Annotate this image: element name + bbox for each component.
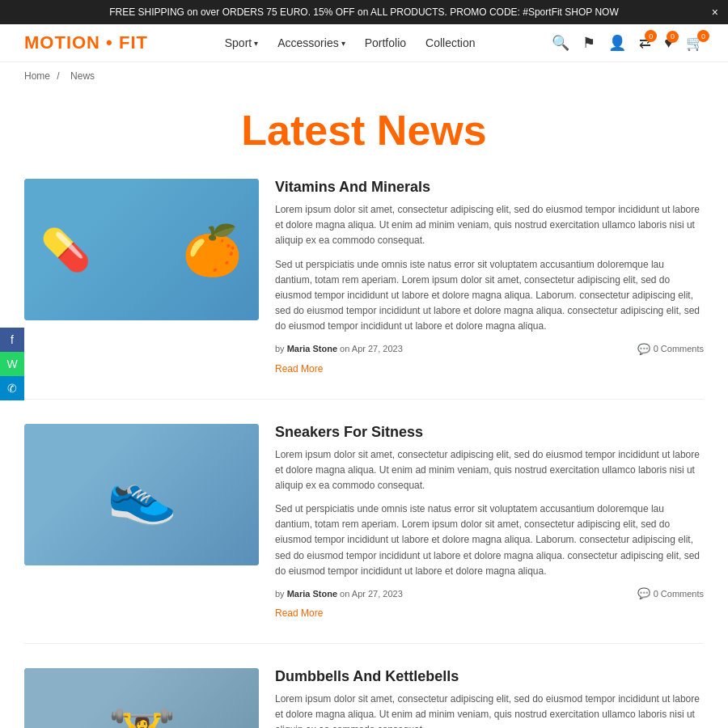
compare-button[interactable]: ⇄0	[639, 34, 651, 52]
kettlebells-image-placeholder	[24, 668, 259, 728]
article-2-text2: Sed ut perspiciatis unde omnis iste natu…	[275, 502, 704, 579]
article-3-title: Dumbbells And Kettlebells	[275, 668, 704, 685]
article-1-date: on Apr 27, 2023	[340, 344, 403, 353]
article-1-comments: 💬 0 Comments	[637, 343, 704, 355]
social-sidebar: f W ✆	[0, 328, 24, 400]
article-2-meta: by Maria Stone on Apr 27, 2023 💬 0 Comme…	[275, 587, 704, 599]
vitamins-image-placeholder	[24, 179, 259, 320]
wishlist-badge: 0	[667, 31, 679, 43]
logo-part1: MOTION	[24, 32, 100, 53]
logo-separator: •	[100, 32, 119, 53]
sport-dropdown-arrow: ▾	[254, 39, 258, 48]
article-1-text1: Lorem ipsum dolor sit amet, consectetur …	[275, 202, 704, 249]
cart-badge: 0	[697, 30, 709, 42]
banner-close-btn[interactable]: ×	[712, 6, 718, 19]
nav-accessories[interactable]: Accessories ▾	[277, 36, 345, 49]
article-1-title: Vitamins And Minerals	[275, 179, 704, 196]
article-3: Dumbbells And Kettlebells Lorem ipsum do…	[24, 668, 704, 728]
compare-badge: 0	[645, 30, 657, 42]
phone-social-btn[interactable]: ✆	[0, 376, 24, 400]
breadcrumb-separator: /	[57, 70, 59, 82]
article-3-content: Dumbbells And Kettlebells Lorem ipsum do…	[275, 668, 704, 728]
breadcrumb-home[interactable]: Home	[24, 70, 50, 82]
comment-icon-2: 💬	[637, 587, 650, 599]
article-1-byline: by Maria Stone on Apr 27, 2023	[275, 344, 403, 353]
comment-icon-1: 💬	[637, 343, 650, 355]
article-1: Vitamins And Minerals Lorem ipsum dolor …	[24, 179, 704, 400]
breadcrumb: Home / News	[0, 62, 728, 90]
search-button[interactable]: 🔍	[552, 34, 569, 52]
user-button[interactable]: 👤	[608, 34, 626, 52]
nav-sport[interactable]: Sport ▾	[225, 36, 258, 49]
article-1-meta: by Maria Stone on Apr 27, 2023 💬 0 Comme…	[275, 343, 704, 355]
whatsapp-social-btn[interactable]: W	[0, 352, 24, 376]
main-nav: Sport ▾ Accessories ▾ Portfolio Collecti…	[225, 36, 476, 49]
article-2-author: Maria Stone	[287, 589, 337, 599]
main-content: Vitamins And Minerals Lorem ipsum dolor …	[0, 179, 728, 728]
article-2-image	[24, 424, 259, 565]
article-1-text2: Sed ut perspiciatis unde omnis iste natu…	[275, 257, 704, 335]
article-1-author: Maria Stone	[287, 344, 337, 353]
header-icons: 🔍 ⚑ 👤 ⇄0 ♥0 🛒0	[552, 34, 704, 52]
nav-collection[interactable]: Collection	[425, 36, 475, 49]
banner-text: FREE SHIPPING on over ORDERS 75 EURO. 15…	[109, 6, 619, 18]
article-1-content: Vitamins And Minerals Lorem ipsum dolor …	[275, 179, 704, 375]
header: MOTION • FIT Sport ▾ Accessories ▾ Portf…	[0, 24, 728, 62]
wishlist-button[interactable]: ♥0	[664, 35, 673, 52]
article-1-image	[24, 179, 259, 320]
article-2-text1: Lorem ipsum dolor sit amet, consectetur …	[275, 447, 704, 494]
article-2-title: Sneakers For Sitness	[275, 424, 704, 441]
logo-part2: FIT	[119, 32, 148, 53]
facebook-social-btn[interactable]: f	[0, 328, 24, 352]
breadcrumb-current: News	[70, 70, 95, 82]
article-2-byline: by Maria Stone on Apr 27, 2023	[275, 589, 403, 599]
article-3-text1: Lorem ipsum dolor sit amet, consectetur …	[275, 692, 704, 728]
article-2-read-more[interactable]: Read More	[275, 607, 323, 619]
sneakers-image-placeholder	[24, 424, 259, 565]
accessories-dropdown-arrow: ▾	[341, 39, 345, 48]
article-2-content: Sneakers For Sitness Lorem ipsum dolor s…	[275, 424, 704, 620]
article-2-date: on Apr 27, 2023	[340, 589, 403, 599]
cart-button[interactable]: 🛒0	[686, 34, 704, 52]
top-banner: FREE SHIPPING on over ORDERS 75 EURO. 15…	[0, 0, 728, 24]
nav-portfolio[interactable]: Portfolio	[365, 36, 406, 49]
article-2-comments: 💬 0 Comments	[637, 587, 704, 599]
page-title: Latest News	[0, 90, 728, 179]
article-3-image	[24, 668, 259, 728]
flag-button[interactable]: ⚑	[582, 34, 595, 52]
logo[interactable]: MOTION • FIT	[24, 32, 148, 53]
article-2: Sneakers For Sitness Lorem ipsum dolor s…	[24, 424, 704, 645]
article-1-read-more[interactable]: Read More	[275, 363, 323, 375]
